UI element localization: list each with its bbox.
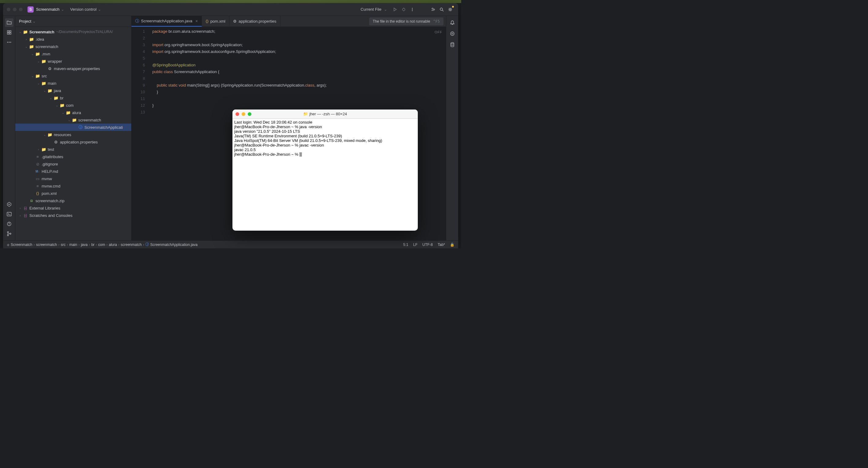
maximize-window-icon[interactable] [19,8,23,11]
mac-traffic-lights[interactable] [7,8,23,11]
tree-folder-br[interactable]: ⌄📁br [15,94,131,101]
tree-file-mvnw[interactable]: ▭mvnw [15,175,131,182]
tree-file-app-props[interactable]: ⚙application.properties [15,138,131,146]
breadcrumb-item[interactable]: screenmatch [36,243,57,247]
minimize-window-icon[interactable] [13,8,17,11]
tree-folder-src[interactable]: ⌄📁src [15,72,131,80]
project-badge[interactable]: S [28,6,34,12]
svg-point-8 [440,8,442,10]
tab-screenmatch-app[interactable]: Ⓙ ScreenmatchApplication.java × [131,16,202,27]
chevron-down-icon[interactable]: ⌄ [61,7,64,11]
svg-point-4 [412,9,412,9]
problems-tool-icon[interactable] [5,220,13,228]
terminal-tool-icon[interactable] [5,210,13,218]
svg-rect-13 [7,33,9,34]
svg-point-27 [451,42,454,44]
tree-file-gitattributes[interactable]: ≡.gitattributes [15,153,131,160]
breadcrumb-item[interactable]: alura [109,243,117,247]
services-tool-icon[interactable] [5,200,13,209]
tab-label: application.properties [239,19,277,24]
svg-point-24 [7,235,8,236]
debug-button[interactable] [399,5,408,14]
more-tools-icon[interactable] [5,38,13,46]
shortcut-hint: ^F5 [433,19,440,24]
line-separator[interactable]: LF [413,243,417,247]
panel-title: Project [19,19,31,24]
tree-folder-main[interactable]: ⌄📁main [15,80,131,87]
chevron-down-icon[interactable]: ⌄ [98,7,101,11]
tree-folder-screenmatch-pkg[interactable]: ⌄📁screenmatch [15,116,131,124]
settings-icon[interactable] [446,5,455,14]
structure-tool-icon[interactable] [5,28,13,37]
notifications-icon[interactable] [448,18,457,27]
file-encoding[interactable]: UTF-8 [423,243,433,247]
svg-point-23 [7,231,8,233]
terminal-minimize-icon[interactable] [242,112,245,116]
project-tree[interactable]: ⌄📁Screenmatch~/Documents/ProyectosTI/ALU… [15,27,131,241]
caret-position[interactable]: 5:1 [403,243,408,247]
terminal-window[interactable]: 📁 jher — -zsh — 80×24 Last login: Wed De… [232,110,418,231]
search-icon[interactable] [437,5,446,14]
breadcrumb-item[interactable]: main [69,243,77,247]
tree-external-libs[interactable]: ›⌸External Libraries [15,204,131,212]
tab-app-props[interactable]: ⚙ application.properties [229,16,280,27]
svg-point-3 [412,8,412,8]
tree-root[interactable]: ⌄📁Screenmatch~/Documents/ProyectosTI/ALU… [15,28,131,35]
more-actions-icon[interactable] [408,5,416,14]
breadcrumb-item[interactable]: br [91,243,94,247]
tree-folder-test[interactable]: ›📁test [15,146,131,153]
breadcrumb-item[interactable]: ScreenmatchApplication.java [150,243,197,247]
tree-file-zip[interactable]: ⧈screenmatch.zip [15,197,131,204]
tree-file-gitignore[interactable]: ⊘.gitignore [15,160,131,167]
chevron-down-icon[interactable]: ⌄ [32,19,36,24]
version-control-menu[interactable]: Version control [70,7,97,11]
tree-folder-alura[interactable]: ⌄📁alura [15,109,131,116]
tree-folder-java[interactable]: ⌄📁java [15,87,131,94]
indent-config[interactable]: Tab* [438,243,445,247]
ai-assistant-icon[interactable] [448,29,457,38]
tree-folder-wrapper[interactable]: ⌄📁wrapper [15,58,131,65]
folder-icon: 📁 [303,112,308,116]
tab-pom[interactable]: ⟨⟩ pom.xml [202,16,229,27]
line-gutter: 12345678910111213 [131,27,150,241]
close-window-icon[interactable] [7,8,10,11]
tree-file-maven-wrapper[interactable]: ⚙maven-wrapper.properties [15,65,131,72]
project-name[interactable]: Screenmatch [36,7,60,11]
breadcrumb-item[interactable]: src [61,243,65,247]
breadcrumb[interactable]: ◈ Screenmatch› screenmatch› src› main› j… [7,242,197,247]
tree-file-pom[interactable]: ⟨⟩pom.xml [15,190,131,197]
breadcrumb-item[interactable]: java [81,243,88,247]
tree-file-mvnw-cmd[interactable]: ≡mvnw.cmd [15,182,131,190]
svg-rect-14 [9,33,11,34]
tree-folder-idea[interactable]: ›📁.idea [15,35,131,43]
project-tool-icon[interactable] [5,18,13,27]
terminal-maximize-icon[interactable] [248,112,251,116]
breadcrumb-item[interactable]: com [98,243,105,247]
terminal-cursor [300,152,302,157]
tree-file-app[interactable]: ⒿScreenmatchApplicati [15,124,131,131]
terminal-body[interactable]: Last login: Wed Dec 18 20:06:42 on conso… [232,119,418,158]
database-icon[interactable] [448,40,457,49]
breadcrumb-item[interactable]: Screenmatch [11,243,32,247]
breadcrumb-item[interactable]: screenmatch [121,243,142,247]
vcs-tool-icon[interactable] [5,229,13,238]
run-button[interactable] [391,5,399,14]
close-tab-icon[interactable]: × [195,19,198,24]
svg-point-26 [451,32,454,35]
terminal-close-icon[interactable] [236,112,239,116]
tree-file-help[interactable]: M↓HELP.md [15,167,131,175]
tree-folder-com[interactable]: ⌄📁com [15,101,131,109]
tree-folder-resources[interactable]: ⌄📁resources [15,131,131,138]
tree-folder-mvn[interactable]: ⌄📁.mvn [15,50,131,58]
chevron-down-icon[interactable]: ⌄ [384,7,387,11]
inspections-off-badge[interactable]: OFF [435,29,442,35]
tree-scratches[interactable]: ›⌸Scratches and Consoles [15,212,131,219]
code-with-me-icon[interactable] [429,5,437,14]
title-bar: S Screenmatch ⌄ Version control ⌄ Curren… [3,3,458,16]
lock-icon[interactable]: 🔒 [450,243,455,247]
terminal-titlebar[interactable]: 📁 jher — -zsh — 80×24 [232,110,418,119]
panel-header[interactable]: Project ⌄ [15,16,131,27]
run-configuration[interactable]: Current File [361,7,381,11]
svg-point-5 [412,10,412,11]
tree-folder-screenmatch[interactable]: ⌄📁screenmatch [15,43,131,50]
